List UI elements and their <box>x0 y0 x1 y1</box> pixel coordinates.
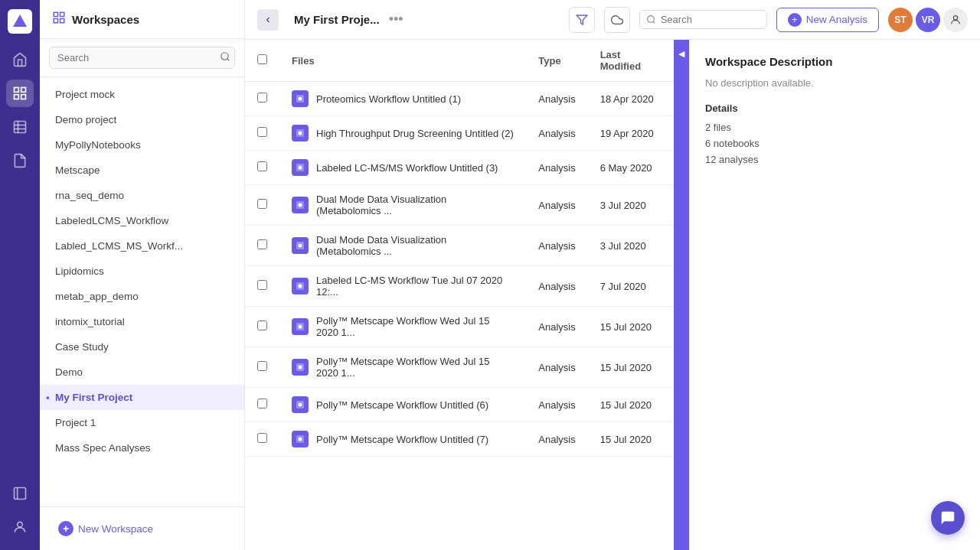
file-name[interactable]: Polly™ Metscape Workflow Untitled (6) <box>316 399 488 411</box>
file-modified: 6 May 2020 <box>588 151 674 185</box>
svg-point-33 <box>299 285 302 288</box>
avatar-vr[interactable]: VR <box>916 8 940 32</box>
row-checkbox[interactable] <box>257 161 267 171</box>
row-checkbox[interactable] <box>257 127 267 137</box>
sidebar-item[interactable]: metab_app_demo <box>40 284 244 309</box>
row-checkbox[interactable] <box>257 239 267 249</box>
nav-icon-document[interactable] <box>6 147 34 174</box>
file-icon <box>292 278 309 295</box>
sidebar-item[interactable]: My First Project <box>40 385 244 410</box>
row-checkbox[interactable] <box>257 399 267 408</box>
panel-details: 2 files6 notebooks12 analyses <box>705 122 965 165</box>
sidebar-item[interactable]: Project 1 <box>40 410 244 435</box>
user-menu-button[interactable] <box>943 8 968 32</box>
file-name[interactable]: Polly™ Metscape Workflow Untitled (7) <box>316 434 488 445</box>
new-workspace-plus-icon: + <box>58 521 74 536</box>
more-options-button[interactable]: ••• <box>389 11 403 28</box>
svg-line-20 <box>653 21 655 23</box>
sidebar-footer: + New Workspace <box>40 506 244 550</box>
file-name[interactable]: Polly™ Metscape Workflow Wed Jul 15 2020… <box>316 315 514 338</box>
sidebar-search-button[interactable] <box>220 51 230 64</box>
table-row: Polly™ Metscape Workflow Untitled (6) An… <box>245 388 674 422</box>
svg-marker-18 <box>577 15 586 24</box>
svg-point-21 <box>953 15 957 19</box>
sidebar-item[interactable]: LabeledLCMS_Workflow <box>40 208 244 233</box>
avatar-st[interactable]: ST <box>888 8 913 32</box>
file-icon <box>292 396 309 413</box>
table-row: Polly™ Metscape Workflow Wed Jul 15 2020… <box>245 347 674 388</box>
new-workspace-button[interactable]: + New Workspace <box>52 516 159 541</box>
row-checkbox[interactable] <box>257 361 267 371</box>
svg-rect-12 <box>54 12 57 16</box>
sidebar-item[interactable]: Metscape <box>40 158 244 183</box>
nav-icon-workspaces[interactable] <box>6 80 34 107</box>
nav-icon-notebook[interactable] <box>6 480 34 507</box>
file-name[interactable]: Polly™ Metscape Workflow Wed Jul 15 2020… <box>316 356 514 379</box>
sidebar-item[interactable]: Demo project <box>40 107 244 132</box>
topbar: My First Proje... ••• + New Analysis ST … <box>245 0 980 40</box>
svg-line-17 <box>227 59 230 61</box>
row-checkbox[interactable] <box>257 199 267 209</box>
table-row: Dual Mode Data Visualization (Metabolomi… <box>245 185 674 226</box>
panel-detail-item: 2 files <box>705 122 965 133</box>
right-panel-toggle[interactable]: ◀ <box>674 40 689 550</box>
file-name[interactable]: Proteomics Workflow Untitled (1) <box>316 93 461 105</box>
svg-point-29 <box>299 203 302 207</box>
nav-icon-user[interactable] <box>6 513 34 541</box>
svg-rect-13 <box>60 12 64 16</box>
filter-button[interactable] <box>569 7 595 33</box>
file-name[interactable]: Dual Mode Data Visualization (Metabolomi… <box>316 194 514 216</box>
sidebar-item[interactable]: Project mock <box>40 82 244 107</box>
project-title: My First Proje... <box>294 13 380 26</box>
sidebar-item[interactable]: Demo <box>40 360 244 385</box>
avatar-group: ST VR <box>888 8 968 32</box>
panel-title: Workspace Description <box>705 55 965 68</box>
sidebar-item[interactable]: Mass Spec Analyses <box>40 435 244 461</box>
col-files: Files <box>279 40 526 82</box>
sidebar-item[interactable]: intomix_tutorial <box>40 309 244 334</box>
svg-point-16 <box>221 53 228 60</box>
svg-point-37 <box>299 366 302 369</box>
topbar-search-icon <box>646 15 656 24</box>
topbar-search-input[interactable] <box>661 14 760 25</box>
workspaces-icon <box>52 11 66 28</box>
file-icon <box>292 125 309 142</box>
sidebar-search <box>40 39 244 77</box>
sidebar-item[interactable]: rna_seq_demo <box>40 183 244 208</box>
new-analysis-button[interactable]: + New Analysis <box>776 8 879 32</box>
file-type: Analysis <box>526 226 587 266</box>
file-name[interactable]: Labeled LC-MS Workflow Tue Jul 07 2020 1… <box>316 275 514 298</box>
svg-point-27 <box>299 166 302 170</box>
file-icon <box>292 90 309 107</box>
chat-bubble[interactable] <box>931 501 965 535</box>
sidebar-list: Project mockDemo projectMyPollyNotebooks… <box>40 77 244 506</box>
sidebar-search-input[interactable] <box>49 47 235 69</box>
row-checkbox[interactable] <box>257 321 267 330</box>
nav-icon-grid[interactable] <box>6 113 34 141</box>
row-checkbox[interactable] <box>257 93 267 103</box>
file-name[interactable]: Dual Mode Data Visualization (Metabolomi… <box>316 234 514 257</box>
sidebar-item[interactable]: Labled_LCMS_MS_Workf... <box>40 233 244 259</box>
nav-icon-home[interactable] <box>6 46 34 73</box>
sidebar-item[interactable]: MyPollyNotebooks <box>40 132 244 158</box>
file-icon <box>292 159 309 176</box>
row-checkbox[interactable] <box>257 433 267 443</box>
sidebar-title: Workspaces <box>72 13 139 26</box>
file-name[interactable]: High Throughput Drug Screening Untitled … <box>316 128 514 139</box>
sidebar-item[interactable]: Case Study <box>40 334 244 360</box>
file-type: Analysis <box>526 347 587 388</box>
file-name[interactable]: Labeled LC-MS/MS Workflow Untitled (3) <box>316 162 498 174</box>
panel-detail-item: 6 notebooks <box>705 138 965 149</box>
select-all-checkbox[interactable] <box>257 54 267 64</box>
svg-point-11 <box>18 522 23 527</box>
sidebar-item[interactable]: Lipidomics <box>40 259 244 284</box>
svg-rect-2 <box>21 88 26 93</box>
file-icon <box>292 237 309 254</box>
file-modified: 15 Jul 2020 <box>588 347 674 388</box>
row-checkbox[interactable] <box>257 280 267 290</box>
cloud-button[interactable] <box>604 7 630 33</box>
svg-point-19 <box>647 16 654 23</box>
collapse-sidebar-button[interactable] <box>257 9 279 31</box>
svg-rect-14 <box>54 19 57 23</box>
sidebar-header: Workspaces <box>40 0 244 39</box>
